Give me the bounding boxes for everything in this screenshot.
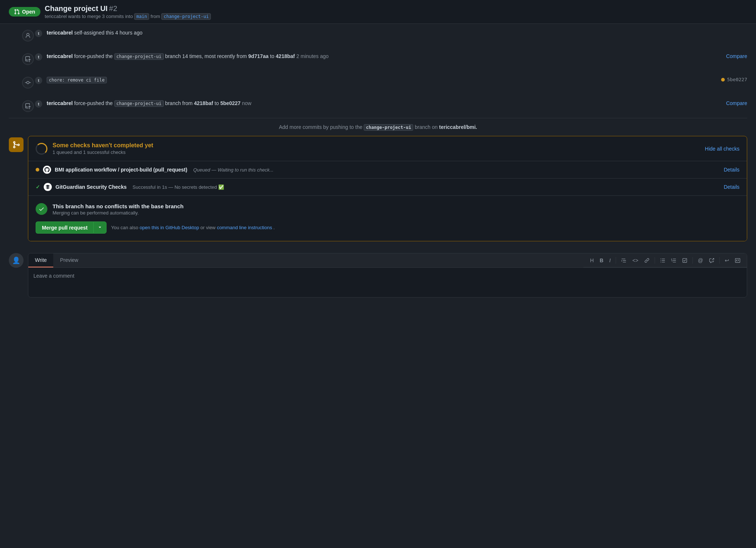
timeline-icon-push-2 bbox=[22, 100, 34, 112]
hide-all-checks-link[interactable]: Hide all checks bbox=[705, 146, 739, 152]
checks-icon-box bbox=[9, 137, 24, 152]
check-status-queued bbox=[36, 168, 39, 172]
toolbar-ref-button[interactable] bbox=[707, 256, 716, 264]
toolbar-quote-button[interactable] bbox=[619, 256, 629, 264]
checks-title-block: Some checks haven't completed yet 1 queu… bbox=[53, 142, 700, 155]
check-details-link-gitguardian[interactable]: Details bbox=[724, 184, 739, 190]
quote-icon bbox=[621, 258, 626, 263]
branch-source-code: change-project-ui bbox=[161, 13, 211, 20]
tab-write[interactable]: Write bbox=[28, 253, 53, 267]
toolbar-ol-button[interactable] bbox=[669, 256, 678, 264]
status-dot-yellow bbox=[721, 78, 725, 82]
timeline-content-commit: chore: remove ci file bbox=[47, 77, 721, 83]
timeline-icon-push bbox=[22, 53, 34, 65]
person-icon bbox=[25, 33, 31, 39]
timeline-icon-assigned bbox=[22, 30, 34, 42]
timeline-item-self-assigned: t tericcabrel self-assigned this 4 hours… bbox=[9, 24, 747, 47]
pr-status-badge: Open bbox=[9, 7, 40, 17]
toolbar-undo-button[interactable]: ↩ bbox=[723, 256, 731, 265]
pr-subtitle: tericcabrel wants to merge 3 commits int… bbox=[45, 14, 211, 19]
repo-push-icon bbox=[25, 56, 31, 62]
actor-name: tericcabrel bbox=[47, 30, 73, 36]
merge-btn-wrapper: Merge pull request bbox=[36, 221, 107, 234]
commit-hash-right: 5be0227 bbox=[721, 77, 747, 82]
tab-preview[interactable]: Preview bbox=[53, 253, 85, 267]
checks-panel: Some checks haven't completed yet 1 queu… bbox=[28, 136, 747, 241]
timeline-item-force-push-2: t tericcabrel force-pushed the change-pr… bbox=[9, 94, 747, 118]
check-row-gitguardian: ✓ GitGuardian Security Checks Successful… bbox=[28, 179, 747, 195]
timeline-item-commit: t chore: remove ci file 5be0227 bbox=[9, 71, 747, 94]
push-branch: change-project-ui bbox=[364, 124, 413, 130]
check-icon bbox=[39, 206, 44, 212]
pr-number: #2 bbox=[109, 4, 117, 12]
merge-pull-request-button[interactable]: Merge pull request bbox=[36, 221, 93, 234]
commit-icon bbox=[25, 80, 31, 86]
merge-text-title: This branch has no conflicts with the ba… bbox=[53, 203, 184, 209]
link-icon bbox=[644, 258, 649, 263]
pr-title-block: Change project UI #2 tericcabrel wants t… bbox=[45, 4, 211, 19]
checks-container: Some checks haven't completed yet 1 queu… bbox=[0, 133, 756, 247]
toolbar-no-md-button[interactable] bbox=[733, 256, 742, 264]
toolbar-bold-button[interactable]: B bbox=[597, 256, 605, 265]
github-icon bbox=[44, 167, 50, 172]
timeline-avatar-3: t bbox=[35, 100, 42, 108]
merge-text-sub: Merging can be performed automatically. bbox=[53, 210, 184, 216]
toolbar-tasklist-button[interactable] bbox=[680, 256, 690, 264]
branch-code-1: change-project-ui bbox=[114, 53, 164, 60]
toolbar-link-button[interactable] bbox=[642, 256, 652, 264]
toolbar-ul-button[interactable] bbox=[658, 256, 667, 264]
timeline-content-force-push-2: tericcabrel force-pushed the change-proj… bbox=[47, 100, 726, 106]
comment-tabs: Write Preview H B I <> bbox=[28, 253, 747, 268]
compare-link-1[interactable]: Compare bbox=[726, 53, 747, 59]
timeline-item-force-push-1: t tericcabrel force-pushed the change-pr… bbox=[9, 47, 747, 71]
check-status-success: ✓ bbox=[36, 184, 40, 190]
merge-info: You can also open this in GitHub Desktop… bbox=[111, 225, 274, 230]
git-merge-icon bbox=[12, 141, 20, 149]
ordered-list-icon bbox=[671, 258, 676, 263]
timeline-avatar-commit: t bbox=[35, 77, 42, 84]
merge-dropdown-button[interactable] bbox=[93, 221, 107, 234]
comment-box: Write Preview H B I <> bbox=[28, 253, 747, 298]
toolbar-mention-button[interactable]: @ bbox=[696, 256, 705, 265]
timeline: t tericcabrel self-assigned this 4 hours… bbox=[0, 24, 756, 118]
check-logo-github bbox=[43, 166, 51, 174]
github-desktop-link[interactable]: open this in GitHub Desktop bbox=[140, 225, 199, 230]
open-label: Open bbox=[22, 9, 35, 15]
toolbar-sep-2 bbox=[655, 257, 655, 264]
merge-check-circle bbox=[36, 203, 47, 215]
timeline-content-self-assigned: tericcabrel self-assigned this 4 hours a… bbox=[47, 30, 747, 36]
check-desc-bmi: Queued — Waiting to run this check... bbox=[193, 167, 274, 173]
branch-main-code: main bbox=[134, 13, 149, 20]
comment-body[interactable]: Leave a comment bbox=[28, 268, 747, 297]
comment-placeholder: Leave a comment bbox=[33, 273, 74, 279]
comment-toolbar: H B I <> bbox=[583, 253, 747, 267]
toolbar-code-button[interactable]: <> bbox=[630, 256, 640, 265]
check-details-link-bmi[interactable]: Details bbox=[724, 167, 739, 173]
check-desc-gitguardian: Successful in 1s — No secrets detected ✅ bbox=[133, 184, 224, 190]
branch-code-2: change-project-ui bbox=[114, 100, 164, 107]
merge-button-row: Merge pull request You can also open thi… bbox=[36, 221, 739, 234]
check-name-gitguardian: GitGuardian Security Checks bbox=[55, 184, 127, 190]
gitguardian-icon bbox=[45, 184, 50, 190]
repo-push-icon-2 bbox=[25, 103, 31, 109]
toolbar-heading-button[interactable]: H bbox=[588, 256, 596, 265]
merge-branch-row: This branch has no conflicts with the ba… bbox=[36, 203, 739, 216]
checks-list: BMI application workflow / project-build… bbox=[28, 161, 747, 195]
pr-title: Change project UI bbox=[45, 4, 108, 12]
command-line-link[interactable]: command line instructions bbox=[217, 225, 272, 230]
cross-reference-icon bbox=[709, 258, 714, 263]
comment-section: 👤 Write Preview H B I <> bbox=[0, 247, 756, 303]
checks-header: Some checks haven't completed yet 1 queu… bbox=[28, 136, 747, 161]
checks-spinner bbox=[36, 143, 47, 155]
merge-section: This branch has no conflicts with the ba… bbox=[28, 195, 747, 241]
toolbar-italic-button[interactable]: I bbox=[607, 256, 613, 265]
no-markdown-icon bbox=[735, 258, 740, 263]
timeline-avatar-2: t bbox=[35, 53, 42, 61]
pr-title-row: Change project UI #2 bbox=[45, 4, 211, 13]
commit-hash: 5be0227 bbox=[727, 77, 747, 82]
compare-link-2[interactable]: Compare bbox=[726, 100, 747, 106]
commit-message: chore: remove ci file bbox=[47, 77, 107, 83]
pr-header: Open Change project UI #2 tericcabrel wa… bbox=[0, 0, 756, 24]
comment-avatar: 👤 bbox=[9, 253, 24, 268]
checks-subtitle: 1 queued and 1 successful checks bbox=[53, 149, 700, 155]
